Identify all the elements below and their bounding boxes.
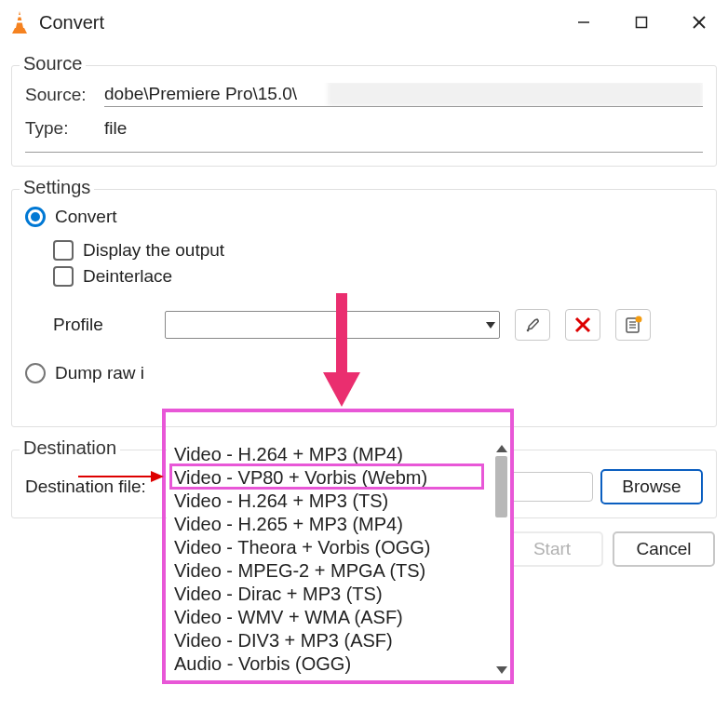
delete-profile-button[interactable]: [565, 309, 600, 341]
profile-option[interactable]: Video - MPEG-2 + MPGA (TS): [170, 559, 507, 583]
source-path-label: Source:: [25, 85, 104, 105]
deinterlace-label: Deinterlace: [83, 266, 172, 287]
convert-radio-label: Convert: [55, 207, 117, 227]
dump-raw-radio[interactable]: [25, 363, 46, 383]
dropdown-scrollbar[interactable]: [494, 443, 509, 676]
profile-option[interactable]: Video - WMV + WMA (ASF): [170, 606, 507, 629]
source-type-value: file: [104, 118, 127, 139]
profile-option[interactable]: Video - Dirac + MP3 (TS): [170, 583, 507, 606]
profile-option[interactable]: Video - VP80 + Vorbis (Webm): [170, 466, 507, 490]
svg-marker-3: [12, 28, 27, 34]
source-path-field: dobe\Premiere Pro\15.0\: [104, 83, 703, 107]
edit-profile-button[interactable]: [515, 309, 550, 341]
source-group-label: Source: [20, 53, 86, 74]
deinterlace-checkbox[interactable]: [53, 266, 74, 287]
source-path-value: dobe\Premiere Pro\15.0\: [104, 84, 297, 104]
cancel-button[interactable]: Cancel: [613, 531, 715, 567]
scroll-thumb[interactable]: [495, 456, 507, 517]
new-profile-button[interactable]: [615, 309, 651, 341]
svg-marker-0: [16, 11, 23, 28]
svg-rect-1: [17, 15, 21, 18]
scroll-up-icon[interactable]: [496, 445, 507, 452]
profile-option[interactable]: Video - H.265 + MP3 (MP4): [170, 513, 507, 536]
profile-option[interactable]: Video - H.264 + MP3 (MP4): [170, 443, 507, 466]
display-output-checkbox[interactable]: [53, 240, 74, 261]
chevron-down-icon: [486, 322, 495, 329]
dump-raw-label: Dump raw i: [55, 363, 144, 383]
start-button[interactable]: Start: [501, 531, 603, 567]
minimize-button[interactable]: [555, 0, 613, 45]
profile-option[interactable]: Video - H.264 + MP3 (TS): [170, 490, 507, 513]
destination-group-label: Destination: [20, 437, 120, 459]
source-type-label: Type:: [25, 118, 104, 139]
profile-option[interactable]: Video - Theora + Vorbis (OGG): [170, 536, 507, 559]
svg-rect-5: [637, 18, 647, 28]
destination-file-label: Destination file:: [25, 477, 165, 497]
scroll-down-icon[interactable]: [496, 666, 507, 674]
maximize-button[interactable]: [613, 0, 670, 45]
profile-dropdown-list[interactable]: Video - H.264 + MP3 (MP4) Video - VP80 +…: [167, 441, 511, 678]
profile-option[interactable]: Audio - Vorbis (OGG): [170, 652, 507, 676]
svg-rect-2: [17, 20, 23, 23]
settings-group: Settings Convert Display the output Dein…: [11, 189, 717, 427]
titlebar: Convert: [0, 0, 728, 45]
profile-label: Profile: [53, 315, 155, 335]
display-output-label: Display the output: [83, 240, 224, 261]
redacted-region: [328, 83, 703, 106]
browse-button[interactable]: Browse: [600, 469, 703, 504]
window-title: Convert: [39, 12, 555, 34]
profile-combobox[interactable]: [165, 311, 500, 339]
profile-option[interactable]: Video - DIV3 + MP3 (ASF): [170, 629, 507, 652]
settings-group-label: Settings: [20, 177, 94, 198]
convert-radio[interactable]: [25, 207, 46, 227]
svg-point-15: [636, 316, 642, 323]
vlc-cone-icon: [7, 10, 32, 34]
source-group: Source Source: dobe\Premiere Pro\15.0\ T…: [11, 65, 717, 167]
svg-point-8: [527, 329, 530, 332]
close-button[interactable]: [670, 0, 728, 45]
